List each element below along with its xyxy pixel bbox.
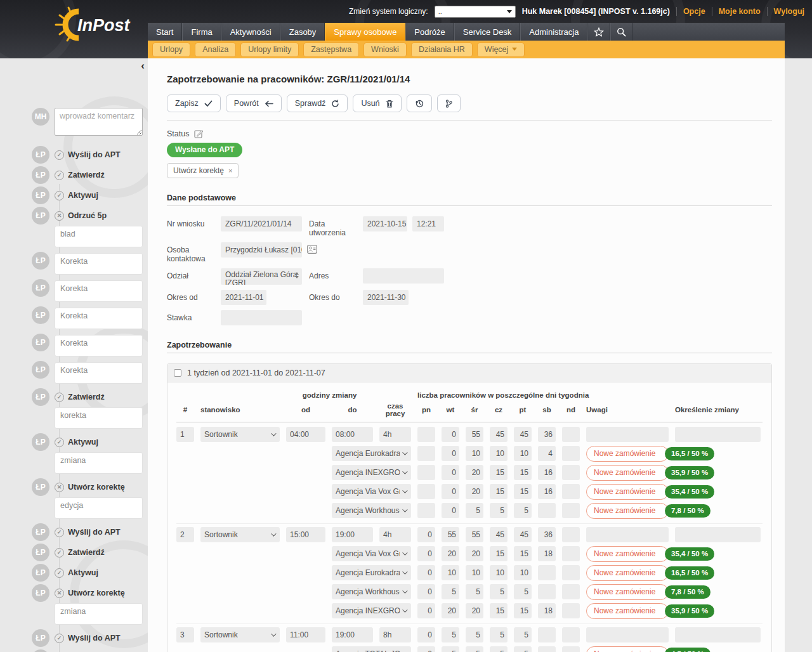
agency-select[interactable]: Agencja Eurokadra S.A xyxy=(332,565,411,580)
agency-select[interactable]: Agencja INEXGROUP xyxy=(332,465,411,480)
agency-day-cz-input[interactable]: 5 xyxy=(490,584,508,599)
agency-day-sb-input[interactable]: 16 xyxy=(538,465,556,480)
agency-day-pn-input[interactable]: 0 xyxy=(417,584,435,599)
agency-day-wt-input[interactable]: 20 xyxy=(442,546,459,561)
day-wt-input[interactable]: 0 xyxy=(442,427,459,442)
agency-day-r-input[interactable]: 20 xyxy=(466,546,483,561)
topbar-link-opcje[interactable]: Opcje xyxy=(683,7,705,16)
day-nd-input[interactable] xyxy=(562,627,580,642)
note-box[interactable]: Korekta xyxy=(55,280,143,302)
comment-input[interactable] xyxy=(55,108,143,136)
new-order-button[interactable]: Nowe zamówienie xyxy=(586,584,669,600)
day-sb-input[interactable]: 36 xyxy=(538,527,556,542)
day-wt-input[interactable]: 55 xyxy=(442,527,459,542)
work-time-input[interactable]: 8h xyxy=(379,627,411,642)
agency-day-nd-input[interactable] xyxy=(562,603,580,618)
notes-input[interactable] xyxy=(586,627,669,642)
shift-from-input[interactable]: 04:00 xyxy=(286,427,325,442)
agency-day-pn-input[interactable]: 0 xyxy=(417,546,435,561)
day-pt-input[interactable]: 45 xyxy=(514,527,532,542)
nav-item-zasoby[interactable]: Zasoby xyxy=(280,23,325,41)
agency-day-wt-input[interactable]: 10 xyxy=(442,565,459,580)
agency-day-pt-input[interactable]: 15 xyxy=(514,484,532,499)
agency-day-sb-input[interactable]: 4 xyxy=(538,446,556,461)
position-select[interactable]: Sortownik xyxy=(200,627,280,642)
agency-day-pn-input[interactable]: 0 xyxy=(417,565,435,580)
agency-day-r-input[interactable]: 10 xyxy=(466,565,483,580)
agency-day-pt-input[interactable]: 15 xyxy=(514,546,532,561)
day-cz-input[interactable]: 45 xyxy=(490,427,508,442)
agency-day-sb-input[interactable] xyxy=(538,584,556,599)
note-box[interactable]: edycja xyxy=(55,497,143,519)
agency-day-cz-input[interactable]: 15 xyxy=(490,465,508,480)
agency-day-sb-input[interactable] xyxy=(538,646,556,652)
shift-desc-input[interactable] xyxy=(675,427,761,442)
agency-day-pt-input[interactable]: 15 xyxy=(514,603,532,618)
topbar-link-moje-konto[interactable]: Moje konto xyxy=(719,7,761,16)
work-time-input[interactable]: 4h xyxy=(379,527,411,542)
period-to-input[interactable]: 2021-11-30 xyxy=(363,290,409,305)
back-button[interactable]: Powrót xyxy=(226,95,282,112)
agency-day-sb-input[interactable]: 18 xyxy=(538,603,556,618)
agency-day-r-input[interactable]: 20 xyxy=(466,484,483,499)
delete-button[interactable]: Usuń xyxy=(353,95,401,112)
note-box[interactable]: Korekta xyxy=(55,308,143,329)
agency-day-nd-input[interactable] xyxy=(562,484,580,499)
agency-day-sb-input[interactable]: 16 xyxy=(538,484,556,499)
nav-item-administracja[interactable]: Administracja xyxy=(520,23,587,41)
day-nd-input[interactable] xyxy=(562,527,580,542)
agency-day-r-input[interactable]: 20 xyxy=(466,603,483,618)
nav-item-start[interactable]: Start xyxy=(148,23,182,41)
agency-day-nd-input[interactable] xyxy=(562,446,580,461)
agency-day-cz-input[interactable]: 15 xyxy=(490,484,508,499)
agency-day-wt-input[interactable]: 0 xyxy=(442,484,459,499)
nav-item-aktywno-ci[interactable]: Aktywności xyxy=(221,23,280,41)
contact-person-input[interactable]: Przygodzki Łukasz [01062 xyxy=(221,242,302,258)
nav-item-podr-e[interactable]: Podróże xyxy=(405,23,454,41)
address-input[interactable] xyxy=(363,268,444,284)
new-order-button[interactable]: Nowe zamówienie xyxy=(586,565,669,581)
nav-item-firma[interactable]: Firma xyxy=(182,23,221,41)
note-box[interactable]: zmiana xyxy=(55,603,143,625)
agency-day-pn-input[interactable] xyxy=(417,484,435,499)
agency-day-pt-input[interactable]: 10 xyxy=(514,446,532,461)
agency-select[interactable]: Agencja TOTAL JOB SE xyxy=(332,646,411,652)
new-order-button[interactable]: Nowe zamówienie xyxy=(586,465,669,481)
tab-urlopy-limity[interactable]: Urlopy limity xyxy=(240,42,299,57)
agency-day-wt-input[interactable]: 0 xyxy=(442,503,459,518)
agency-day-r-input[interactable]: 5 xyxy=(466,584,483,599)
create-correction-button[interactable]: Utwórz korektę × xyxy=(167,163,239,178)
day-pn-input[interactable] xyxy=(417,427,435,442)
row-number-input[interactable]: 2 xyxy=(176,527,194,542)
agency-day-pn-input[interactable] xyxy=(417,465,435,480)
contact-card-icon[interactable] xyxy=(307,245,317,254)
tab-analiza[interactable]: Analiza xyxy=(195,42,236,57)
position-select[interactable]: Sortownik xyxy=(200,527,280,542)
shift-from-input[interactable]: 15:00 xyxy=(286,527,325,542)
day-pt-input[interactable]: 5 xyxy=(514,627,532,642)
day-nd-input[interactable] xyxy=(562,427,580,442)
request-number-input[interactable]: ZGR/11/2021/01/14 xyxy=(221,216,302,231)
row-number-input[interactable]: 3 xyxy=(176,627,194,642)
agency-day-r-input[interactable]: 5 xyxy=(466,646,483,652)
shift-from-input[interactable]: 11:00 xyxy=(286,627,325,642)
day-pn-input[interactable]: 0 xyxy=(417,527,435,542)
day-sb-input[interactable] xyxy=(538,627,556,642)
favorites-star-icon[interactable] xyxy=(587,23,610,41)
day-pt-input[interactable]: 45 xyxy=(514,427,532,442)
work-time-input[interactable]: 4h xyxy=(379,427,411,442)
rate-input[interactable] xyxy=(221,310,302,325)
branch-select[interactable]: Oddział Zielona Góra [ZGR] xyxy=(221,268,302,285)
sidebar-collapse-button[interactable]: ‹ xyxy=(141,60,145,72)
agency-day-r-input[interactable]: 5 xyxy=(466,503,483,518)
agency-day-pt-input[interactable]: 10 xyxy=(514,565,532,580)
system-select[interactable]: .. xyxy=(435,6,516,18)
tab-more[interactable]: Więcej xyxy=(477,42,525,57)
verify-button[interactable]: Sprawdź xyxy=(287,95,348,112)
agency-select[interactable]: Agencja INEXGROUP xyxy=(332,603,411,618)
agency-day-cz-input[interactable]: 15 xyxy=(490,546,508,561)
agency-select[interactable]: Agencja Workhouse4You xyxy=(332,503,411,518)
agency-day-sb-input[interactable]: 18 xyxy=(538,546,556,561)
shift-to-input[interactable]: 08:00 xyxy=(332,427,373,442)
agency-select[interactable]: Agencja Workhouse4You xyxy=(332,584,411,599)
